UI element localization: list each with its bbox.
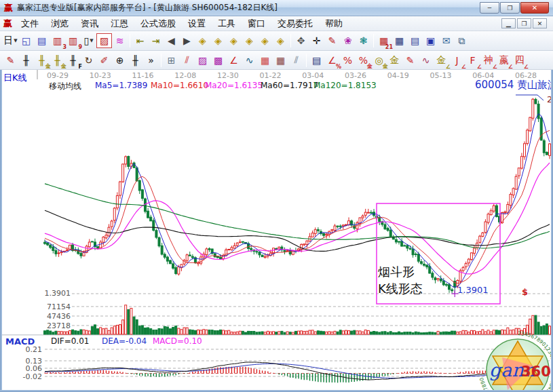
minimize-button[interactable]: ─ [480, 2, 499, 14]
save-icon[interactable]: ▣ [423, 33, 438, 48]
toolbar-separator [373, 34, 374, 47]
remote-desktop-icon[interactable]: ⧉ [454, 33, 470, 48]
mdi-minimize-button[interactable]: ▁ [501, 18, 516, 28]
toolbar-separator [161, 54, 161, 67]
flower-tool-icon[interactable]: ❀ [340, 33, 356, 48]
first-page-icon[interactable]: ⇤ [132, 33, 148, 48]
measure-pen-icon[interactable]: ✐ [96, 53, 112, 68]
price-low-axis-label: 1.3901 [41, 289, 71, 298]
price-ladder-icon[interactable]: ▤ [309, 53, 324, 68]
chart-canvas[interactable]: 09-2910-2311-1612-0812-3001-2203-0403-26… [0, 70, 553, 392]
ma20-value: Ma20=1.6135 [205, 81, 263, 90]
app-window: { "window": { "title": "赢家江恩专业版[赢家内部服务平台… [0, 0, 553, 392]
date-tick: 03-26 [345, 71, 366, 80]
logo-text-360: 360 [521, 364, 551, 380]
grid-red-icon[interactable]: ▦ [257, 53, 273, 68]
menu-8[interactable]: 窗口 [242, 16, 271, 31]
gold-ratio-circle-icon[interactable]: ◎金 [371, 53, 387, 68]
gann360-logo: 2345678901234567890123456789012345678901… [478, 330, 553, 392]
mdi-restore-button[interactable]: ❐ [517, 18, 531, 28]
gann-diamond-4-icon[interactable]: ◈ [242, 33, 257, 48]
bars-3-icon[interactable]: ▥3 [50, 33, 65, 48]
percent-retrace-icon[interactable]: ∠% [324, 53, 340, 68]
next-page-icon[interactable]: ▶ [179, 33, 195, 48]
mdi-controls: ▁❐✕ [501, 18, 547, 28]
gann-gold-grid-icon[interactable]: ╫金 [34, 53, 50, 68]
draw-pen-icon[interactable]: ✎ [3, 53, 18, 68]
gann-wheel-icon[interactable]: ⊕ [112, 53, 128, 68]
date-tick: 09-29 [47, 71, 69, 80]
gann-diamond-5-icon[interactable]: ◈ [257, 33, 273, 48]
ying-angle-icon[interactable]: 嬴∠ [496, 53, 512, 68]
f10-info-icon[interactable]: ▤ [34, 33, 50, 48]
grid-dark-icon[interactable]: ▦ [273, 53, 288, 68]
gann-diamond-2-icon[interactable]: ◈ [210, 33, 226, 48]
gann-diamond-1-icon[interactable]: ◈ [195, 33, 210, 48]
annotate-pen-icon[interactable]: ✎ [324, 33, 340, 48]
menu-6[interactable]: 设置 [182, 16, 212, 31]
gann-diamond-3-icon[interactable]: ◈ [226, 33, 242, 48]
toolbar-drawing: ✎╫╫金╫金╫F↻✐⊕╫»⊞⫽▨▩∠∿▦▦⫽▤∠%%%金◎金金✎∿金∠J∠F∠神… [0, 51, 553, 70]
gold-angle-icon[interactable]: 金∠ [434, 53, 449, 68]
calculator-icon[interactable]: ▦ [392, 33, 407, 48]
f-angle-icon[interactable]: F∠ [465, 53, 480, 68]
gann-fan-icon[interactable]: ⫽ [179, 53, 195, 68]
trend-zone-icon[interactable]: ◱ [18, 33, 34, 48]
volume-gridline-label: 23718 [41, 321, 71, 330]
menu-2[interactable]: 浏览 [45, 16, 75, 31]
more-tools-chevron[interactable]: » [143, 53, 159, 68]
menu-items: 文件浏览资讯江恩公式选股设置工具窗口交易委托帮助 [15, 16, 349, 31]
pan-hand-icon[interactable]: ✥ [293, 33, 309, 48]
gann-square-icon[interactable]: ▨ [195, 53, 210, 68]
toolbar-separator [290, 34, 291, 47]
gann-gold-grid2-icon[interactable]: ╫金 [50, 53, 65, 68]
wave-band-icon[interactable]: ∿ [418, 53, 434, 68]
macd-gridline-label: 0.21 [12, 345, 42, 354]
wave-icon[interactable]: ∿ [242, 53, 257, 68]
crosshair-icon[interactable]: ✛ [309, 33, 324, 48]
menu-1[interactable]: 文件 [15, 16, 45, 31]
menu-10[interactable]: 帮助 [319, 16, 349, 31]
title-bar: 赢 赢家江恩专业版[赢家内部服务平台] - [黄山旅游 SH600054-182… [0, 0, 553, 16]
gann-grid-icon[interactable]: ╫ [18, 53, 34, 68]
cloud-tool-icon[interactable]: ❃ [356, 33, 371, 48]
volume-profile-icon[interactable]: ≋ [112, 33, 128, 48]
gold-line-icon[interactable]: 金 [387, 53, 402, 68]
menu-3[interactable]: 资讯 [75, 16, 104, 31]
menu-5[interactable]: 公式选股 [134, 16, 182, 31]
pattern-select-icon[interactable]: ▨ [96, 33, 112, 48]
gann-square2-icon[interactable]: ▩ [210, 53, 226, 68]
shen-angle-icon[interactable]: 神∠ [480, 53, 496, 68]
maximize-button[interactable]: ❐ [500, 2, 520, 14]
parallel-lines-icon[interactable]: ⫽ [288, 53, 304, 68]
bars-9-icon[interactable]: ▥9 [65, 33, 81, 48]
close-button[interactable]: ✕ [520, 2, 549, 14]
date-tick: 01-22 [260, 71, 282, 80]
percent-gold-icon[interactable]: %金 [356, 53, 371, 68]
gann-diamond-6-icon[interactable]: ◈ [273, 33, 288, 48]
gann-box-icon[interactable]: ⊞ [164, 53, 179, 68]
percent-icon[interactable]: % [340, 53, 356, 68]
menu-7[interactable]: 工具 [212, 16, 242, 31]
mail-icon[interactable]: ✉ [438, 33, 454, 48]
spiral-icon[interactable]: ↻ [81, 53, 96, 68]
calendar-icon[interactable]: ▦21 [376, 33, 392, 48]
toolbar-separator [130, 34, 130, 47]
prev-page-icon[interactable]: ◀ [164, 33, 179, 48]
fibo-grid-icon[interactable]: ╫F [65, 53, 81, 68]
kline-period-dropdown-icon[interactable]: 日▼ [3, 33, 18, 48]
last-page-icon[interactable]: ⇥ [148, 33, 164, 48]
marker-pen-icon[interactable]: ✎ [402, 53, 418, 68]
date-tick: 12-08 [174, 71, 196, 80]
si-angle-icon[interactable]: 四∠ [512, 53, 527, 68]
grid-lines-icon[interactable]: ╫ [128, 53, 143, 68]
j-angle-icon[interactable]: J∠ [449, 53, 465, 68]
angle-line-icon[interactable]: ∠ [226, 53, 242, 68]
date-tick: 05-13 [430, 71, 451, 80]
candle-style-dropdown-icon[interactable]: ▯▼ [81, 33, 96, 48]
menu-9[interactable]: 交易委托 [271, 16, 319, 31]
ma60-value: Ma60=1.7917 [261, 81, 318, 90]
menu-4[interactable]: 江恩 [104, 16, 134, 31]
notes-icon[interactable]: ▤ [407, 33, 423, 48]
mdi-close-button[interactable]: ✕ [533, 18, 547, 28]
